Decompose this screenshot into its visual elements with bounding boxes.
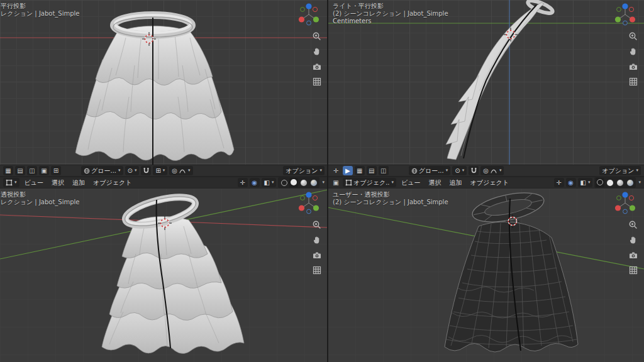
- chevron-down-icon: ▾: [392, 180, 394, 185]
- mode-dropdown[interactable]: ▾: [3, 178, 19, 187]
- shading-solid-icon[interactable]: [605, 178, 614, 187]
- ortho-toggle-icon[interactable]: [627, 75, 639, 87]
- shading-wireframe-icon[interactable]: [279, 178, 289, 187]
- viewport-single-icon[interactable]: ▣: [39, 166, 49, 175]
- menu-add[interactable]: 追加: [447, 178, 465, 187]
- options-button[interactable]: オプション ▾: [283, 166, 325, 175]
- shading-material-icon[interactable]: [615, 178, 625, 187]
- viewport-quad-icon[interactable]: ▦: [3, 166, 13, 175]
- chevron-down-icon: ▾: [588, 180, 591, 185]
- pan-hand-icon[interactable]: [627, 45, 639, 57]
- zoom-icon[interactable]: [311, 30, 323, 42]
- play-icon: ▶: [345, 167, 350, 174]
- menu-view[interactable]: ビュー: [21, 178, 47, 187]
- perspective-scene: [0, 189, 328, 362]
- viewport-user-perspective-wireframe[interactable]: ユーザー・透視投影 (2) シーンコレクション | Jabot_Simple: [328, 189, 644, 362]
- active-tool-button[interactable]: ▶: [343, 166, 353, 175]
- pan-hand-icon[interactable]: [311, 45, 323, 57]
- zoom-icon[interactable]: [627, 219, 639, 231]
- pivot-point-dropdown[interactable]: ⊙ ▾: [452, 166, 467, 175]
- snap-magnet-icon[interactable]: [469, 166, 479, 175]
- xray-toggle[interactable]: ◧ ▾: [578, 178, 593, 187]
- transform-orientation-dropdown[interactable]: グロー... ▾: [409, 166, 451, 175]
- shading-mode-group: [594, 177, 636, 188]
- pan-hand-icon[interactable]: [311, 234, 323, 246]
- xray-toggle[interactable]: ◧ ▾: [262, 178, 277, 187]
- jabot-model-perspective[interactable]: [102, 191, 244, 354]
- show-gizmo-icon[interactable]: ✛: [238, 178, 248, 187]
- viewport-collection-label: レクション | Jabot_Simple: [1, 199, 80, 206]
- menu-object[interactable]: オブジェクト: [90, 178, 135, 187]
- options-label: オプション: [602, 167, 634, 175]
- viewport-projection-label: ライト・平行投影: [333, 3, 448, 10]
- viewport-column-icon[interactable]: ◫: [27, 166, 37, 175]
- chevron-down-icon: ▾: [319, 168, 322, 173]
- mode-dropdown[interactable]: オブジェク.. ▾: [343, 178, 396, 187]
- pivot-icon: ⊙: [128, 167, 133, 174]
- menu-select[interactable]: 選択: [48, 178, 67, 187]
- shading-rendered-icon[interactable]: [309, 178, 318, 187]
- chevron-down-icon: ▾: [135, 168, 137, 173]
- overlays-toggle-icon[interactable]: ◉: [250, 178, 260, 187]
- pivot-point-dropdown[interactable]: ⊙ ▾: [125, 166, 140, 175]
- axis-y-handle: [313, 16, 319, 22]
- zoom-icon[interactable]: [627, 30, 639, 42]
- shading-solid-icon[interactable]: [289, 178, 298, 187]
- shading-options-chevron-icon[interactable]: ▾: [638, 180, 641, 185]
- menu-select[interactable]: 選択: [426, 178, 445, 187]
- options-label: オプション: [286, 167, 318, 175]
- camera-view-icon[interactable]: [627, 249, 639, 261]
- globe-icon: [411, 168, 418, 174]
- overlays-toggle-icon[interactable]: ◉: [566, 178, 576, 187]
- proportional-edit-dropdown[interactable]: ◎ ▾: [480, 166, 504, 175]
- tool-move-icon[interactable]: ✛: [331, 166, 341, 175]
- menu-object[interactable]: オブジェクト: [467, 178, 512, 187]
- viewport-add-icon[interactable]: ⊞: [51, 166, 61, 175]
- shading-mode-group: [278, 177, 319, 188]
- shading-options-chevron-icon[interactable]: ▾: [322, 180, 325, 185]
- pivot-icon: ⊙: [455, 167, 460, 174]
- globe-icon: [84, 168, 90, 174]
- menu-add[interactable]: 追加: [69, 178, 88, 187]
- viewport-split-icon[interactable]: ▤: [367, 166, 377, 175]
- navigation-gizmo[interactable]: [297, 190, 320, 216]
- viewport-split-icon[interactable]: ▤: [15, 166, 25, 175]
- axis-z-handle: [306, 3, 311, 9]
- viewport-right-ortho[interactable]: ライト・平行投影 (2) シーンコレクション | Jabot_Simple Ce…: [328, 0, 644, 165]
- proportional-edit-dropdown[interactable]: ◎ ▾: [169, 166, 192, 175]
- ortho-toggle-icon[interactable]: [311, 264, 323, 276]
- shading-rendered-icon[interactable]: [625, 178, 635, 187]
- editor-type-icon[interactable]: ▣: [331, 178, 341, 187]
- snap-target-dropdown[interactable]: ⊞ ▾: [153, 166, 167, 175]
- menu-view[interactable]: ビュー: [398, 178, 423, 187]
- navigation-gizmo[interactable]: [297, 2, 320, 27]
- toolbar-bottom-right-header: ▣ オブジェク.. ▾ ビュー 選択 追加 オブジェクト ✛ ◉ ◧ ▾ ▾: [328, 177, 644, 189]
- area-divider[interactable]: [327, 0, 328, 362]
- chevron-down-icon: ▾: [446, 168, 448, 173]
- snap-magnet-icon[interactable]: [141, 166, 151, 175]
- navigation-gizmo[interactable]: [614, 2, 636, 27]
- viewport-quad-icon[interactable]: ▦: [355, 166, 365, 175]
- viewport-perspective[interactable]: 透視投影 レクション | Jabot_Simple: [0, 189, 328, 362]
- options-button[interactable]: オプション ▾: [599, 166, 641, 175]
- shading-wireframe-icon[interactable]: [596, 178, 604, 187]
- ortho-toggle-icon[interactable]: [311, 75, 323, 87]
- proportional-edit-icon: ◎: [172, 167, 177, 174]
- viewport-column-icon[interactable]: ◫: [379, 166, 389, 175]
- toolbar-top-left-header: ▦ ▤ ◫ ▣ ⊞ グロー... ▾ ⊙ ▾ ⊞ ▾ ◎ ▾ オプション: [0, 165, 328, 177]
- ortho-toggle-icon[interactable]: [627, 264, 639, 276]
- jabot-model-side[interactable]: [446, 0, 554, 160]
- shading-material-icon[interactable]: [299, 178, 308, 187]
- navigation-gizmo[interactable]: [614, 190, 636, 216]
- camera-view-icon[interactable]: [627, 60, 639, 72]
- jabot-model-front[interactable]: [75, 15, 234, 161]
- viewport-front-ortho[interactable]: 平行投影 レクション | Jabot_Simple: [0, 0, 328, 165]
- zoom-icon[interactable]: [311, 219, 323, 231]
- chevron-down-icon: ▾: [14, 180, 17, 185]
- camera-view-icon[interactable]: [311, 60, 323, 72]
- toolbar-top-right-header: ✛ ▶ ▦ ▤ ◫ グロー... ▾ ⊙ ▾ ◎ ▾ オプション ▾: [328, 165, 644, 177]
- show-gizmo-icon[interactable]: ✛: [554, 178, 564, 187]
- pan-hand-icon[interactable]: [627, 234, 639, 246]
- transform-orientation-dropdown[interactable]: グロー... ▾: [81, 166, 123, 175]
- camera-view-icon[interactable]: [311, 249, 323, 261]
